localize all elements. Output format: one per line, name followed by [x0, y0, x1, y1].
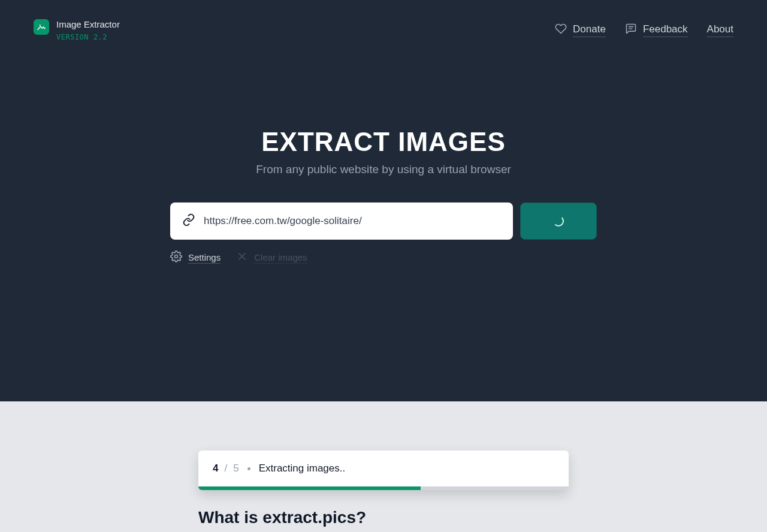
feedback-link[interactable]: Feedback [625, 23, 688, 37]
status-slash: / [224, 463, 227, 474]
donate-link[interactable]: Donate [555, 23, 606, 37]
heart-icon [555, 23, 567, 37]
hero-title: EXTRACT IMAGES [261, 127, 506, 157]
donate-label: Donate [573, 23, 606, 37]
progress-bar [198, 486, 569, 490]
about-link[interactable]: About [707, 23, 733, 37]
clear-images-button[interactable]: Clear images [236, 250, 307, 265]
link-icon [182, 213, 195, 229]
status-current: 4 [213, 463, 218, 474]
brand: Image Extractor VERSION 2.2 [34, 19, 120, 41]
settings-label: Settings [188, 252, 221, 264]
loading-spinner-icon [553, 216, 564, 226]
status-separator-dot [247, 467, 250, 470]
message-icon [625, 23, 637, 37]
feedback-label: Feedback [643, 23, 688, 37]
status-card: 4 / 5 Extracting images.. [198, 451, 569, 490]
url-input[interactable] [204, 215, 501, 227]
header-nav: Donate Feedback About [555, 19, 733, 37]
svg-point-0 [40, 25, 41, 26]
clear-images-label: Clear images [254, 252, 307, 264]
settings-button[interactable]: Settings [170, 250, 221, 265]
brand-version: VERSION 2.2 [56, 33, 120, 41]
what-is-heading: What is extract.pics? [198, 508, 569, 527]
about-label: About [707, 23, 733, 37]
gear-icon [170, 250, 182, 265]
picture-icon [34, 19, 49, 35]
hero-subtitle: From any public website by using a virtu… [256, 163, 511, 176]
status-message: Extracting images.. [259, 463, 346, 474]
status-total: 5 [233, 463, 238, 474]
svg-point-3 [175, 255, 178, 258]
url-input-wrap[interactable] [170, 202, 513, 240]
brand-title: Image Extractor [56, 19, 120, 29]
progress-fill [198, 486, 421, 490]
close-icon [236, 250, 248, 265]
extract-button[interactable] [520, 202, 597, 240]
